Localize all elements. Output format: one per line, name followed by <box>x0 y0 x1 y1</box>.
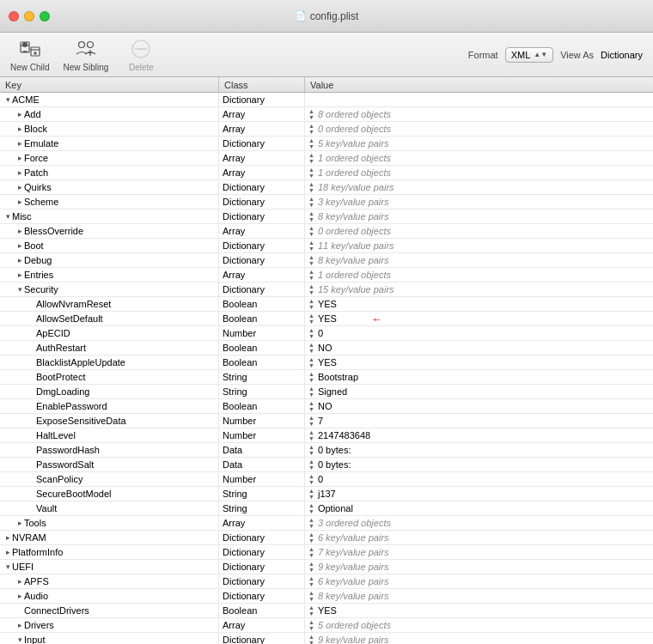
value-stepper[interactable]: ▲▼ <box>308 167 314 179</box>
expand-icon[interactable] <box>15 592 24 600</box>
expand-icon[interactable] <box>3 548 12 556</box>
table-row[interactable]: PatchArray▲▼1 ordered objects <box>0 166 653 180</box>
table-row[interactable]: ForceArray▲▼1 ordered objects <box>0 151 653 166</box>
expand-icon[interactable] <box>15 168 24 177</box>
table-row[interactable]: ExposeSensitiveDataNumber▲▼7 <box>0 414 653 428</box>
table-row[interactable]: MiscDictionary▲▼8 key/value pairs <box>0 210 653 224</box>
table-row[interactable]: EnablePasswordBoolean▲▼NO <box>0 399 653 414</box>
collapse-icon[interactable] <box>3 212 12 221</box>
value-stepper[interactable]: ▲▼ <box>308 313 314 325</box>
collapse-icon[interactable] <box>3 562 12 571</box>
expand-icon[interactable] <box>15 110 24 118</box>
value-stepper[interactable]: ▲▼ <box>308 152 314 164</box>
collapse-icon[interactable] <box>3 95 12 104</box>
table-row[interactable]: AllowSetDefaultBoolean▲▼YES← <box>0 312 653 326</box>
value-stepper[interactable]: ▲▼ <box>308 386 314 398</box>
expand-icon[interactable] <box>15 183 24 191</box>
value-stepper[interactable]: ▲▼ <box>308 342 314 354</box>
expand-icon[interactable] <box>15 621 24 629</box>
key-column-header[interactable]: Key <box>0 77 219 92</box>
table-row[interactable]: ScanPolicyNumber▲▼0 <box>0 472 653 487</box>
table-row[interactable]: DmgLoadingString▲▼Signed <box>0 385 653 399</box>
value-stepper[interactable]: ▲▼ <box>308 546 314 558</box>
value-stepper[interactable]: ▲▼ <box>308 415 314 427</box>
close-button[interactable] <box>9 11 19 21</box>
table-row[interactable]: EntriesArray▲▼1 ordered objects <box>0 268 653 283</box>
table-row[interactable]: EmulateDictionary▲▼5 key/value pairs <box>0 137 653 151</box>
table-row[interactable]: BlessOverrideArray▲▼0 ordered objects <box>0 224 653 239</box>
value-stepper[interactable]: ▲▼ <box>308 181 314 193</box>
collapse-icon[interactable] <box>15 635 24 644</box>
minimize-button[interactable] <box>24 11 34 21</box>
value-stepper[interactable]: ▲▼ <box>308 517 314 529</box>
value-stepper[interactable]: ▲▼ <box>308 327 314 339</box>
table-row[interactable]: APFSDictionary▲▼6 key/value pairs <box>0 574 653 589</box>
value-stepper[interactable]: ▲▼ <box>308 561 314 573</box>
value-stepper[interactable]: ▲▼ <box>308 605 314 617</box>
expand-icon[interactable] <box>15 197 24 206</box>
format-dropdown[interactable]: XML ▲▼ <box>505 47 553 63</box>
table-row[interactable]: AudioDictionary▲▼8 key/value pairs <box>0 589 653 604</box>
value-stepper[interactable]: ▲▼ <box>308 298 314 310</box>
table-row[interactable]: PasswordHashData▲▼0 bytes: <box>0 443 653 458</box>
value-stepper[interactable]: ▲▼ <box>308 254 314 266</box>
value-stepper[interactable]: ▲▼ <box>308 283 314 295</box>
table-row[interactable]: DebugDictionary▲▼8 key/value pairs <box>0 253 653 268</box>
value-stepper[interactable]: ▲▼ <box>308 619 314 631</box>
value-stepper[interactable]: ▲▼ <box>308 575 314 587</box>
value-stepper[interactable]: ▲▼ <box>308 210 314 222</box>
value-column-header[interactable]: Value <box>305 77 653 92</box>
expand-icon[interactable] <box>15 270 24 279</box>
value-stepper[interactable]: ▲▼ <box>308 634 314 644</box>
collapse-icon[interactable] <box>15 285 24 294</box>
table-row[interactable]: DriversArray▲▼5 ordered objects <box>0 618 653 633</box>
table-row[interactable]: BootProtectString▲▼Bootstrap <box>0 370 653 385</box>
table-row[interactable]: UEFIDictionary▲▼9 key/value pairs <box>0 560 653 574</box>
expand-icon[interactable] <box>3 533 12 542</box>
expand-icon[interactable] <box>15 256 24 264</box>
value-stepper[interactable]: ▲▼ <box>308 269 314 281</box>
value-stepper[interactable]: ▲▼ <box>308 473 314 485</box>
value-stepper[interactable]: ▲▼ <box>308 532 314 544</box>
value-stepper[interactable]: ▲▼ <box>308 137 314 149</box>
table-row[interactable]: AllowNvramResetBoolean▲▼YES <box>0 297 653 312</box>
expand-icon[interactable] <box>15 577 24 586</box>
table-row[interactable]: VaultString▲▼Optional <box>0 501 653 516</box>
value-stepper[interactable]: ▲▼ <box>308 429 314 441</box>
expand-icon[interactable] <box>15 125 24 133</box>
table-row[interactable]: ConnectDriversBoolean▲▼YES <box>0 604 653 618</box>
expand-icon[interactable] <box>15 227 24 235</box>
table-row[interactable]: ToolsArray▲▼3 ordered objects <box>0 516 653 531</box>
table-row[interactable]: PlatformInfoDictionary▲▼7 key/value pair… <box>0 545 653 560</box>
expand-icon[interactable] <box>15 519 24 527</box>
table-row[interactable]: QuirksDictionary▲▼18 key/value pairs <box>0 180 653 195</box>
tree-table[interactable]: ACMEDictionaryAddArray▲▼8 ordered object… <box>0 93 653 644</box>
value-stepper[interactable]: ▲▼ <box>308 356 314 368</box>
table-row[interactable]: BlockArray▲▼0 ordered objects <box>0 122 653 137</box>
value-stepper[interactable]: ▲▼ <box>308 400 314 412</box>
new-child-button[interactable]: New Child <box>10 37 50 72</box>
zoom-button[interactable] <box>40 11 50 21</box>
table-row[interactable]: AddArray▲▼8 ordered objects <box>0 107 653 122</box>
value-stepper[interactable]: ▲▼ <box>308 371 314 383</box>
table-row[interactable]: ApECIDNumber▲▼0 <box>0 326 653 341</box>
expand-icon[interactable] <box>15 139 24 148</box>
table-row[interactable]: AuthRestartBoolean▲▼NO <box>0 341 653 355</box>
class-column-header[interactable]: Class <box>219 77 305 92</box>
table-row[interactable]: SecurityDictionary▲▼15 key/value pairs <box>0 283 653 297</box>
table-row[interactable]: NVRAMDictionary▲▼6 key/value pairs <box>0 531 653 545</box>
expand-icon[interactable] <box>15 241 24 250</box>
table-row[interactable]: InputDictionary▲▼9 key/value pairs <box>0 633 653 644</box>
value-stepper[interactable]: ▲▼ <box>308 444 314 456</box>
value-stepper[interactable]: ▲▼ <box>308 196 314 208</box>
table-row[interactable]: PasswordSaltData▲▼0 bytes: <box>0 458 653 472</box>
value-stepper[interactable]: ▲▼ <box>308 502 314 514</box>
value-stepper[interactable]: ▲▼ <box>308 590 314 602</box>
new-sibling-button[interactable]: New Sibling <box>64 37 109 72</box>
value-stepper[interactable]: ▲▼ <box>308 240 314 252</box>
delete-button[interactable]: Delete <box>122 37 160 72</box>
table-row[interactable]: SecureBootModelString▲▼j137 <box>0 487 653 501</box>
table-row[interactable]: HaltLevelNumber▲▼2147483648 <box>0 428 653 443</box>
table-row[interactable]: ACMEDictionary <box>0 93 653 107</box>
expand-icon[interactable] <box>15 154 24 162</box>
